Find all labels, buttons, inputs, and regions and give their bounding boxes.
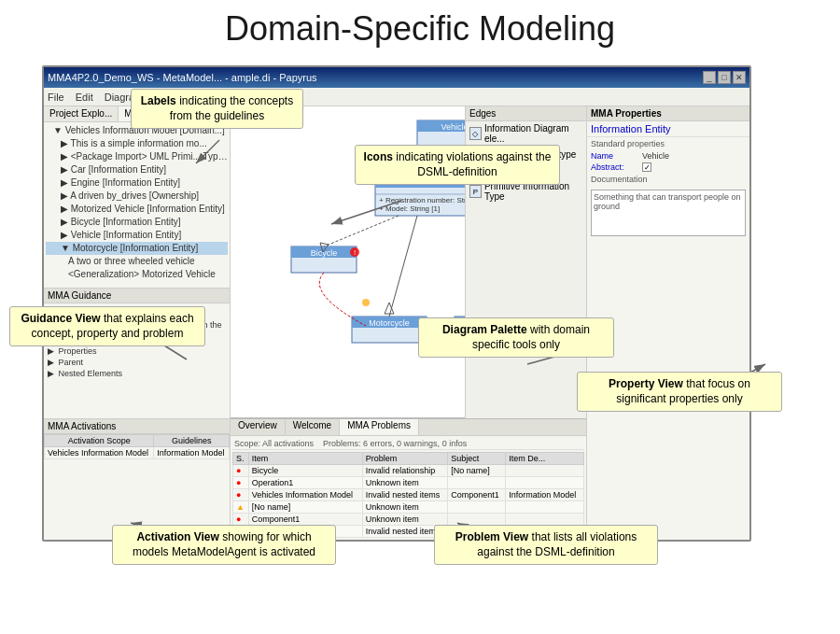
- title-bar-buttons: _ □ ✕: [703, 71, 746, 84]
- callout-guidance: Guidance View that explains each concept…: [9, 306, 205, 346]
- table-row[interactable]: ● Operation1 Unknown item: [233, 477, 584, 489]
- col-subject: Subject: [448, 453, 506, 465]
- activation-table: Activation Scope Guidelines Vehicles Inf…: [44, 434, 230, 459]
- row-itemde: [506, 465, 584, 477]
- callout-icons: Icons indicating violations against the …: [355, 145, 560, 185]
- guidance-item-label: Properties: [59, 346, 97, 356]
- bottom-tabs: Overview Welcome MMA Problems: [231, 419, 586, 436]
- tree-item[interactable]: ▶ This is a simple information mo...: [46, 137, 228, 150]
- minimize-button[interactable]: _: [703, 71, 716, 84]
- activation-row[interactable]: Vehicles Information Model Information M…: [45, 447, 230, 459]
- menu-edit[interactable]: Edit: [76, 92, 93, 103]
- svg-point-41: [362, 299, 370, 306]
- tree-item[interactable]: ▶ Car [Information Entity]: [46, 163, 228, 176]
- maximize-button[interactable]: □: [718, 71, 731, 84]
- row-subject: [448, 477, 506, 489]
- documentation-section-label: Documentation: [587, 173, 749, 186]
- abstract-checkbox[interactable]: ✓: [642, 162, 651, 172]
- problems-header: Scope: All activations Problems: 6 error…: [232, 438, 584, 450]
- row-problem: Unknown item: [362, 514, 448, 526]
- callout-propview-bold: Property View: [609, 377, 683, 390]
- guidance-properties[interactable]: ▶ Properties: [48, 345, 226, 357]
- callout-problem-bold: Problem View: [455, 530, 528, 543]
- table-row[interactable]: ● Vehicles Information Model Invalid nes…: [233, 489, 584, 501]
- svg-line-37: [389, 216, 417, 317]
- table-row[interactable]: ● Component1 Unknown item: [233, 514, 584, 526]
- error-icon: ●: [236, 490, 241, 500]
- callout-problem-view: Problem View that lists all violations a…: [434, 525, 658, 565]
- palette-item-icon: P: [469, 185, 482, 198]
- row-problem: Invalid relationship: [362, 465, 448, 477]
- tree-item[interactable]: ▶ Engine [Information Entity]: [46, 176, 228, 190]
- row-subject: [448, 514, 506, 526]
- row-item: Bicycle: [248, 465, 362, 477]
- activation-col-guidelines: Guidelines: [154, 435, 230, 447]
- svg-text:Motorcycle: Motorcycle: [369, 318, 410, 328]
- guidance-panel-header: MMA Guidance: [44, 289, 230, 303]
- table-row[interactable]: ● Bicycle Invalid relationship [No name]: [233, 465, 584, 477]
- overview-tab[interactable]: Overview: [231, 419, 286, 435]
- row-item: Operation1: [248, 477, 362, 489]
- col-itemde: Item De...: [506, 453, 584, 465]
- abstract-label: Abstract:: [591, 162, 642, 172]
- property-abstract-row: Abstract: ✓: [587, 162, 749, 173]
- palette-item-info-diagram[interactable]: ◇ Information Diagram ele...: [466, 121, 586, 146]
- documentation-box[interactable]: Something that can transport people on g…: [591, 190, 746, 236]
- svg-text:Vehicle: Vehicle: [441, 122, 465, 132]
- project-explorer-tab[interactable]: Project Explo...: [44, 106, 119, 121]
- right-panel-header: MMA Properties: [587, 106, 749, 121]
- close-button[interactable]: ✕: [733, 71, 746, 84]
- expand-icon: ▶: [48, 369, 54, 378]
- tree-item-selected[interactable]: ▼ Motorcycle [Information Entity]: [46, 242, 228, 255]
- activation-header-label: MMA Activations: [48, 421, 116, 431]
- svg-line-35: [324, 216, 399, 247]
- tree-item[interactable]: ▶ <Package Import> UML Primi... Types: [46, 150, 228, 163]
- activation-guidelines: Information Model: [154, 447, 230, 459]
- tree-item[interactable]: ▶ A driven by_drives [Ownership]: [46, 190, 228, 203]
- callout-activation-bold: Activation View: [136, 530, 218, 543]
- scope-label: Scope: All activations: [234, 439, 314, 448]
- activation-panel-header: MMA Activations: [44, 419, 230, 434]
- welcome-tab[interactable]: Welcome: [286, 419, 341, 435]
- callout-icons-text: indicating violations against the DSML-d…: [396, 150, 551, 178]
- tree-item[interactable]: ▶ Vehicle [Information Entity]: [46, 229, 228, 242]
- tree-item[interactable]: A two or three wheeled vehicle: [46, 255, 228, 268]
- callout-diagram-palette: Diagram Palette with domain specific too…: [418, 317, 614, 358]
- window-title: MMA4P2.0_Demo_WS - MetaModel... - ample.…: [48, 72, 317, 83]
- row-itemde: Information Model: [506, 489, 584, 501]
- col-item: Item: [248, 453, 362, 465]
- tree-item[interactable]: ▶ Bicycle [Information Entity]: [46, 216, 228, 229]
- svg-text:!: !: [354, 248, 356, 257]
- error-icon: ●: [236, 466, 241, 475]
- col-problem: Problem: [362, 453, 448, 465]
- callout-labels-text: indicating the concepts from the guideli…: [170, 94, 293, 122]
- guidance-nested[interactable]: ▶ Nested Elements: [48, 368, 226, 379]
- error-icon: ●: [236, 514, 241, 524]
- palette-item-icon: ◇: [469, 127, 482, 140]
- palette-edges-label: Edges: [469, 108, 496, 119]
- callout-activation-view: Activation View showing for which models…: [112, 525, 336, 565]
- mma-problems-tab[interactable]: MMA Problems: [340, 419, 419, 435]
- properties-section-label: Standard properties: [587, 137, 749, 150]
- bottom-problems-area: Overview Welcome MMA Problems Scope: All…: [231, 418, 586, 540]
- guidance-parent[interactable]: ▶ Parent: [48, 357, 226, 368]
- activation-col-scope: Activation Scope: [45, 435, 154, 447]
- title-bar: MMA4P2.0_Demo_WS - MetaModel... - ample.…: [44, 67, 749, 88]
- row-subject: [No name]: [448, 465, 506, 477]
- tree-item[interactable]: ▶ Motorized Vehicle [Information Entity]: [46, 203, 228, 216]
- menu-file[interactable]: File: [48, 92, 64, 103]
- row-subject: [448, 501, 506, 514]
- guidance-item-label: Parent: [59, 358, 84, 367]
- callout-guidance-bold: Guidance View: [21, 312, 100, 325]
- table-row[interactable]: ▲ [No name] Unknown item: [233, 501, 584, 514]
- row-problem: Unknown item: [362, 477, 448, 489]
- expand-icon: ▶: [48, 358, 54, 367]
- tree-item[interactable]: <Generalization> Motorized Vehicle: [46, 268, 228, 281]
- callout-palette-bold: Diagram Palette: [442, 323, 527, 336]
- palette-header: Edges: [466, 106, 586, 121]
- row-problem: Unknown item: [362, 501, 448, 514]
- name-value: Vehicle: [642, 151, 669, 161]
- callout-labels-bold: Labels: [141, 94, 176, 107]
- row-item: Vehicles Information Model: [248, 489, 362, 501]
- palette-item-label: Information Diagram ele...: [484, 123, 582, 144]
